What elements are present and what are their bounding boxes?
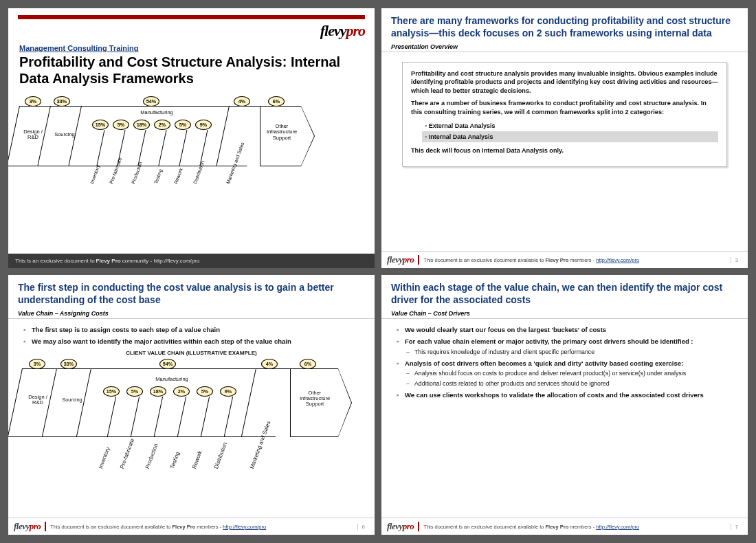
brand-logo: flevypro <box>320 22 365 40</box>
sub-test: Testing <box>153 168 163 184</box>
content: The first step is to assign costs to eac… <box>8 323 375 518</box>
label-design: Design / R&D <box>23 395 52 406</box>
footer-divider <box>45 522 46 531</box>
label-manufacturing: Manufacturing <box>144 377 199 382</box>
slide-3: The first step in conducting the cost va… <box>8 275 375 535</box>
para2: There are a number of business framework… <box>411 99 718 116</box>
headline: The first step in conducting the cost va… <box>8 275 375 309</box>
sub-prefab: Pre-fabricate <box>119 438 135 469</box>
label-other: Other Infrastructure Support <box>261 124 302 141</box>
bullet-2: For each value chain element or major ac… <box>395 337 734 356</box>
label-sourcing: Sourcing <box>51 132 78 137</box>
footer-link[interactable]: http://flevy.com/pro <box>223 524 266 530</box>
slide-title: Profitability and Cost Structure Analysi… <box>19 54 364 87</box>
brand-suffix: pro <box>346 22 365 39</box>
bullet-1: We would clearly start our focus on the … <box>395 326 734 334</box>
footer-link[interactable]: http://flevy.com/pro <box>596 524 639 530</box>
footer-link[interactable]: http://flevy.com/pro <box>596 257 639 263</box>
bullet-2: We may also want to identify the major a… <box>22 337 361 346</box>
sub-rework: Rework <box>191 450 203 469</box>
pct-mkt: 4% <box>261 359 278 369</box>
content: We would clearly start our focus on the … <box>381 323 748 518</box>
bullet-list: We would clearly start our focus on the … <box>395 326 734 400</box>
bullet-3b: Additional costs related to other produc… <box>405 380 734 388</box>
sub-prod: Production <box>144 443 159 469</box>
sub-inv: Inventory <box>89 164 100 184</box>
sub-test: Testing <box>169 451 181 469</box>
page-number: 3 <box>731 257 742 263</box>
subhead: Value Chain – Cost Drivers <box>381 309 748 319</box>
headline: There are many frameworks for conducting… <box>381 8 748 42</box>
pct-test: 2% <box>173 386 190 397</box>
bullet-3a: Analysis should focus on costs to produc… <box>405 370 734 377</box>
slide-4: Within each stage of the value chain, we… <box>381 275 748 535</box>
slide-footer: flevypro This document is an exclusive d… <box>8 518 375 535</box>
brand-name: flevy <box>320 22 346 39</box>
slide-footer: flevypro This document is an exclusive d… <box>381 518 748 535</box>
pct-other: 6% <box>268 96 285 107</box>
vc-title: CLIENT VALUE CHAIN (ILLUSTRATIVE EXAMPLE… <box>22 350 361 356</box>
slide1-footer: This is an exclusive document to Flevy P… <box>8 254 375 268</box>
para1: Profitability and cost structure analysi… <box>411 69 718 95</box>
pct-inv: 15% <box>92 120 109 130</box>
pct-mfg: 54% <box>143 96 159 107</box>
bullet-list: The first step is to assign costs to eac… <box>22 326 361 346</box>
bullet-1: The first step is to assign costs to eac… <box>22 326 361 334</box>
subhead: Value Chain – Assigning Costs <box>8 309 375 319</box>
pct-prefab: 5% <box>113 120 129 130</box>
kicker: Management Consulting Training <box>19 44 364 52</box>
footer-text-prefix: This is an exclusive document to <box>15 258 95 264</box>
bullet-2a: This requires knowledge of industry and … <box>405 348 734 356</box>
page-number: 6 <box>357 524 369 530</box>
overview-box: Profitability and cost structure analysi… <box>402 62 727 167</box>
subhead: Presentation Overview <box>381 42 748 52</box>
closing: This deck will focus on Internal Data An… <box>411 146 718 155</box>
content: Profitability and cost structure analysi… <box>381 56 748 251</box>
footer-divider <box>418 255 419 265</box>
label-sourcing: Sourcing <box>58 397 87 403</box>
slide-footer: flevypro This document is an exclusive d… <box>381 251 748 268</box>
label-design: Design / R&D <box>19 129 47 141</box>
value-chain-diagram: Design / R&D Sourcing Manufacturing Othe… <box>22 359 361 476</box>
cat-internal: Internal Data Analysis <box>422 131 718 142</box>
pct-inv: 15% <box>103 386 120 397</box>
pct-mkt: 4% <box>234 96 250 107</box>
pct-test: 2% <box>154 120 170 130</box>
footer-text: This document is an exclusive document a… <box>423 257 726 263</box>
footer-text: This document is an exclusive document a… <box>50 524 353 530</box>
cat-external: External Data Analysis <box>422 120 718 131</box>
footer-divider <box>418 522 419 531</box>
footer-text-bold: Flevy Pro <box>96 258 121 264</box>
bullet-4: We can use clients workshops to validate… <box>395 391 734 399</box>
sub-inv: Inventory <box>98 446 111 469</box>
sub-dist: Distribution <box>213 441 228 469</box>
logo-row: flevypro <box>8 19 375 40</box>
pct-prod: 18% <box>150 386 166 397</box>
slide-1: flevypro Management Consulting Training … <box>8 8 375 268</box>
footer-logo: flevypro <box>387 254 414 265</box>
label-manufacturing: Manufacturing <box>129 110 184 115</box>
footer-text-suffix: community - http://flevy.com/pro <box>122 258 200 264</box>
value-chain-diagram: Design / R&D Sourcing Manufacturing Othe… <box>19 96 364 186</box>
pct-rework: 5% <box>197 386 213 397</box>
label-other: Other Infrastructure Support <box>293 390 337 408</box>
category-list: External Data Analysis Internal Data Ana… <box>422 120 718 142</box>
bullet-3: Analysis of cost drivers often becomes a… <box>395 359 734 388</box>
slide-grid: flevypro Management Consulting Training … <box>0 0 756 543</box>
footer-logo: flevypro <box>387 521 414 532</box>
pct-other: 6% <box>300 359 316 369</box>
slide-2: There are many frameworks for conducting… <box>381 8 748 268</box>
value-chain-small: Design / R&D Sourcing Manufacturing Othe… <box>19 96 364 190</box>
pct-prod: 18% <box>133 120 150 130</box>
pct-dist: 9% <box>220 386 236 397</box>
sub-rework: Rework <box>173 168 184 185</box>
pct-sourcing: 33% <box>60 359 77 369</box>
footer-text: This document is an exclusive document a… <box>423 524 726 530</box>
footer-logo: flevypro <box>14 521 41 532</box>
pct-mfg: 54% <box>159 359 176 369</box>
headline: Within each stage of the value chain, we… <box>381 275 748 309</box>
pct-rework: 5% <box>175 120 191 130</box>
pct-prefab: 5% <box>126 386 143 397</box>
pct-dist: 9% <box>195 120 212 130</box>
pct-design: 3% <box>29 359 45 369</box>
